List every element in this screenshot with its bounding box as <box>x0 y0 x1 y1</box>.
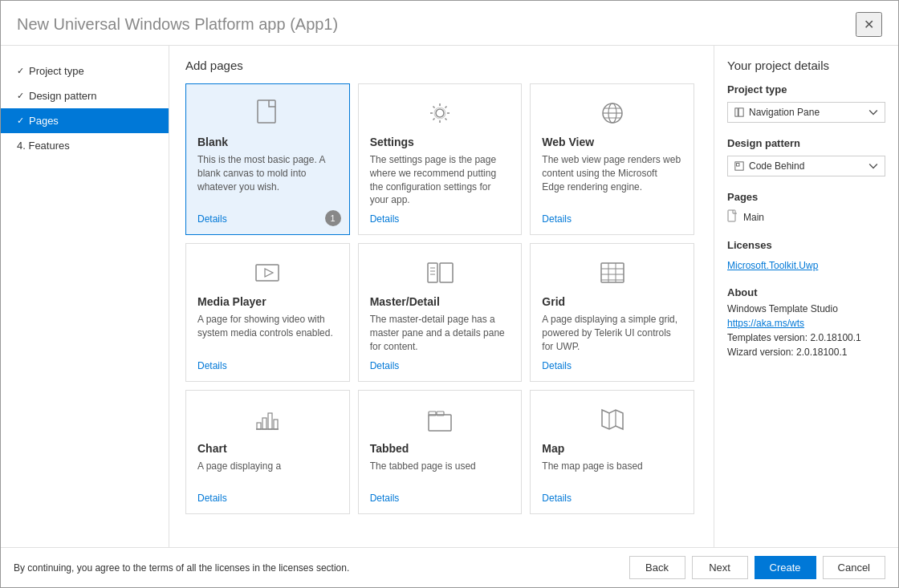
section-title: Add pages <box>185 59 698 72</box>
svg-marker-28 <box>602 410 623 429</box>
next-button[interactable]: Next <box>692 556 748 579</box>
title-bar: New Universal Windows Platform app (App1… <box>1 1 898 46</box>
card-map[interactable]: Map The map page is based Details <box>530 390 694 514</box>
right-panel-title: Your project details <box>727 59 885 72</box>
checkmark-icon-3: ✓ <box>17 116 24 126</box>
tabbed-icon <box>370 403 511 436</box>
card-details-tabbed[interactable]: Details <box>370 493 400 504</box>
svg-point-1 <box>436 109 444 117</box>
svg-rect-14 <box>601 263 624 282</box>
list-item: Main <box>727 209 885 225</box>
project-type-select[interactable]: Navigation Pane <box>727 102 885 123</box>
dialog-title: New Universal Windows Platform app (App1… <box>17 15 338 34</box>
svg-rect-21 <box>262 418 266 429</box>
card-details-settings[interactable]: Details <box>370 213 400 225</box>
card-title-settings: Settings <box>370 136 414 148</box>
checkmark-icon-2: ✓ <box>17 91 24 101</box>
pages-grid-wrapper: Blank This is the most basic page. A bla… <box>185 83 698 534</box>
licenses-section: Licenses Microsoft.Toolkit.Uwp <box>727 239 885 272</box>
sidebar-item-project-type[interactable]: ✓ Project type <box>1 59 169 83</box>
license-link[interactable]: Microsoft.Toolkit.Uwp <box>727 260 818 271</box>
card-chart[interactable]: Chart A page displaying a Details <box>185 390 350 514</box>
card-details-blank[interactable]: Details <box>197 213 227 225</box>
about-link[interactable]: https://aka.ms/wts <box>727 318 885 329</box>
card-title-web-view: Web View <box>542 136 594 148</box>
card-grid[interactable]: Grid A page displaying a simple grid, po… <box>530 243 694 381</box>
card-media-player[interactable]: Media Player A page for showing video wi… <box>185 243 350 381</box>
svg-rect-9 <box>428 263 437 282</box>
sidebar-label-design-pattern: Design pattern <box>29 90 97 102</box>
card-details-grid[interactable]: Details <box>542 360 572 371</box>
card-desc-chart: A page displaying a <box>197 460 281 486</box>
svg-rect-7 <box>256 265 279 281</box>
pages-grid: Blank This is the most basic page. A bla… <box>185 83 698 514</box>
card-details-map[interactable]: Details <box>542 493 572 504</box>
card-title-blank: Blank <box>197 136 228 148</box>
card-title-map: Map <box>542 442 564 455</box>
card-details-master-detail[interactable]: Details <box>370 360 400 371</box>
design-pattern-label: Design pattern <box>727 137 885 149</box>
card-details-web-view[interactable]: Details <box>542 213 572 225</box>
nav-pane-icon <box>734 107 744 117</box>
settings-icon <box>370 97 511 129</box>
design-pattern-value: Code Behind <box>749 160 804 172</box>
project-type-value: Navigation Pane <box>749 107 820 118</box>
pages-list: Main <box>727 209 885 225</box>
svg-rect-23 <box>274 420 278 429</box>
card-details-media-player[interactable]: Details <box>197 360 227 371</box>
title-text: New Universal Windows Platform app <box>17 15 286 33</box>
card-web-view[interactable]: Web View The web view page renders web c… <box>530 83 694 235</box>
sidebar: ✓ Project type ✓ Design pattern ✓ Pages … <box>1 46 169 547</box>
svg-marker-8 <box>265 269 273 277</box>
card-title-tabbed: Tabbed <box>370 442 409 455</box>
card-settings[interactable]: Settings The settings page is the page w… <box>358 83 523 235</box>
right-panel: Your project details Project type Naviga… <box>714 46 898 547</box>
pages-section: Pages Main <box>727 191 885 225</box>
dropdown-chevron-icon-2 <box>868 161 878 171</box>
close-button[interactable]: ✕ <box>856 12 882 37</box>
svg-rect-35 <box>728 210 735 221</box>
media-player-icon <box>197 257 338 289</box>
svg-rect-31 <box>735 108 738 116</box>
create-button[interactable]: Create <box>755 556 816 579</box>
web-view-icon <box>542 97 682 129</box>
back-button[interactable]: Back <box>629 556 685 579</box>
card-title-grid: Grid <box>542 295 565 308</box>
sidebar-item-design-pattern[interactable]: ✓ Design pattern <box>1 83 169 108</box>
templates-version: Templates version: 2.0.18100.1 <box>727 332 885 343</box>
page-file-icon <box>727 209 738 225</box>
card-badge-blank: 1 <box>325 210 341 226</box>
sidebar-item-pages[interactable]: ✓ Pages <box>1 108 169 133</box>
licenses-label: Licenses <box>727 239 885 251</box>
svg-rect-32 <box>738 108 743 116</box>
checkmark-icon: ✓ <box>17 66 24 76</box>
svg-rect-25 <box>429 415 451 431</box>
card-desc-blank: This is the most basic page. A blank can… <box>197 153 338 207</box>
cancel-button[interactable]: Cancel <box>823 556 885 579</box>
card-desc-media-player: A page for showing video with system med… <box>197 313 338 353</box>
code-behind-icon <box>734 161 744 171</box>
terms-text: By continuing, you agree to the terms of… <box>14 562 349 574</box>
card-desc-map: The map page is based <box>542 460 642 486</box>
card-desc-web-view: The web view page renders web content us… <box>542 153 682 207</box>
card-tabbed[interactable]: Tabbed The tabbed page is used Details <box>358 390 523 514</box>
card-desc-tabbed: The tabbed page is used <box>370 460 476 486</box>
app-name: (App1) <box>290 15 338 33</box>
main-content: ✓ Project type ✓ Design pattern ✓ Pages … <box>1 46 898 547</box>
about-label: About <box>727 286 885 298</box>
card-desc-settings: The settings page is the page where we r… <box>370 153 511 207</box>
design-pattern-select[interactable]: Code Behind <box>727 156 885 176</box>
card-title-master-detail: Master/Detail <box>370 295 440 308</box>
card-blank[interactable]: Blank This is the most basic page. A bla… <box>185 83 350 235</box>
svg-rect-22 <box>268 413 272 429</box>
pages-section-label: Pages <box>727 191 885 203</box>
sidebar-label-features: 4. Features <box>17 140 70 152</box>
card-desc-grid: A page displaying a simple grid, powered… <box>542 313 682 353</box>
sidebar-item-features[interactable]: 4. Features <box>1 133 169 158</box>
svg-rect-0 <box>258 100 275 123</box>
card-details-chart[interactable]: Details <box>197 493 227 504</box>
card-master-detail[interactable]: Master/Detail The master-detail page has… <box>358 243 523 381</box>
card-desc-master-detail: The master-detail page has a master pane… <box>370 313 511 353</box>
svg-rect-20 <box>257 423 261 429</box>
dropdown-chevron-icon <box>868 107 878 117</box>
